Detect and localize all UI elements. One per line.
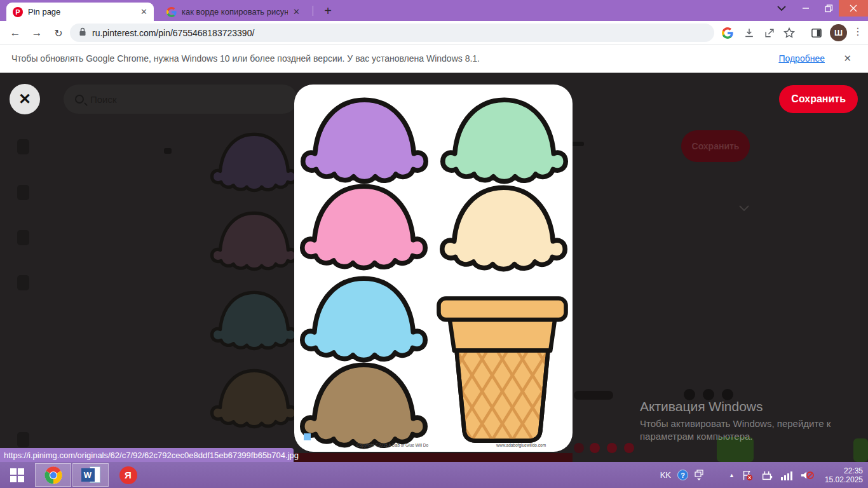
side-panel-icon[interactable] [810,26,824,40]
tab-word-search[interactable]: как ворде копировать рисунок ✕ [160,3,306,21]
scoop-purple [295,92,434,186]
address-bar[interactable]: ru.pinterest.com/pin/6755468183723390/ [70,24,714,42]
action-center-flag-icon[interactable] [741,469,754,482]
windows-activation-text: параметрам компьютера. [640,431,752,442]
website-text: www.adabofgluewilldo.com [496,443,546,447]
tab-pin-page[interactable]: P Pin page ✕ [6,3,154,21]
dimmed-sidebar-icon [17,185,29,200]
share-icon[interactable] [763,26,776,40]
dimmed-sidebar-icon [17,432,29,447]
ice-cream-cone [434,293,571,449]
window-restore-tray-icon[interactable] [695,470,703,481]
profile-avatar[interactable]: Ш [830,24,847,41]
restore-button[interactable] [816,0,841,17]
clock-time: 22:35 [825,466,863,475]
scoop-mint [435,92,573,186]
volume-muted-icon[interactable] [799,469,815,482]
copyright-text: Copyright ©2015 A Dab of Glue Will Do [356,443,428,447]
google-services-icon[interactable] [721,26,735,40]
windows-activation-text: Чтобы активировать Windows, перейдите к [640,418,831,429]
dimmed-bar [574,391,613,400]
tab-separator [313,6,313,16]
tab-close-icon[interactable]: ✕ [140,7,147,17]
dimmed-dot [164,148,172,154]
language-indicator[interactable]: KK [660,470,671,480]
dimmed-red-dot [590,443,600,453]
windows-activation-title: Активация Windows [640,399,763,414]
status-bubble: https://i.pinimg.com/originals/62/c7/92/… [0,448,294,462]
taskbar-chrome-button[interactable] [35,463,71,487]
dimmed-green-shape [853,438,868,462]
browser-window: P Pin page ✕ как ворде копировать рисуно… [0,0,868,488]
infobar-message: Чтобы обновлять Google Chrome, нужна Win… [11,53,480,64]
dimmed-sidebar-icon [17,139,29,154]
taskbar-clock[interactable]: 22:35 15.02.2025 [821,466,863,484]
help-icon[interactable]: ? [677,470,688,480]
scoop-vanilla [434,180,573,273]
tab-close-icon[interactable]: ✕ [293,7,300,17]
minimize-button[interactable] [793,0,818,17]
new-tab-button[interactable]: + [319,2,337,20]
dimmed-chevron-down-icon [739,202,749,214]
system-tray: KK ? ▲ 22:35 15.02.2025 [660,466,868,484]
chrome-menu-icon[interactable]: ⋮ [853,25,863,37]
pin-closeup-overlay: Поиск Сохранить ✕ Сохранить [0,73,868,462]
word-icon: W [81,466,100,484]
dimmed-sidebar-icon [17,275,29,290]
search-icon [75,95,84,104]
pin-image[interactable]: Copyright ©2015 A Dab of Glue Will Do ww… [294,85,573,452]
dimmed-scoop [207,208,302,272]
tab-title: как ворде копировать рисунок [182,7,288,17]
dimmed-search-bar: Поиск [64,85,297,114]
scoop-brown [294,357,433,451]
dimmed-scoop [207,287,302,351]
dimmed-save-button: Сохранить [681,130,750,162]
tab-search-chevron-icon[interactable] [769,0,794,17]
reload-icon[interactable]: ↻ [51,25,66,41]
dimmed-red-dot [574,443,584,453]
yandex-icon: Я [119,466,137,484]
dimmed-red-dot [607,443,617,453]
url-text: ru.pinterest.com/pin/6755468183723390/ [92,28,254,38]
show-hidden-icons[interactable]: ▲ [729,472,735,478]
dimmed-scoop [207,129,302,193]
pinterest-favicon: P [13,7,23,17]
forward-icon[interactable]: → [29,25,44,41]
tab-strip: P Pin page ✕ как ворде копировать рисуно… [0,0,868,21]
dimmed-red-dot [624,443,634,453]
infobar-close-icon[interactable]: ✕ [843,53,851,64]
lock-icon [79,27,86,39]
infobar-details-link[interactable]: Подробнее [778,53,825,64]
dimmed-scoop [207,365,302,430]
clock-date: 15.02.2025 [825,475,863,484]
taskbar: W Я KK ? ▲ [0,462,868,488]
dimmed-image-edge [294,453,573,462]
selection-handle[interactable] [304,433,311,440]
browser-toolbar: ← → ↻ ru.pinterest.com/pin/6755468183723… [0,21,868,45]
dimmed-sidebar-icon [17,230,29,245]
start-button[interactable] [0,462,34,488]
close-pin-button[interactable]: ✕ [10,84,40,114]
download-icon[interactable] [742,26,756,40]
status-url-text: https://i.pinimg.com/originals/62/c7/92/… [4,451,299,460]
update-infobar: Чтобы обновлять Google Chrome, нужна Win… [0,45,868,73]
taskbar-yandex-button[interactable]: Я [110,463,146,487]
chrome-icon [44,466,62,484]
tab-title: Pin page [28,7,135,17]
google-favicon [166,7,177,17]
scoop-blue [294,271,433,364]
scoop-pink [294,179,433,272]
bookmark-star-icon[interactable] [782,26,796,40]
network-signal-icon[interactable] [780,470,793,481]
taskbar-word-button[interactable]: W [72,463,109,487]
power-battery-icon[interactable] [760,469,774,482]
window-close-button[interactable] [839,0,868,17]
save-button[interactable]: Сохранить [779,85,858,113]
search-placeholder: Поиск [90,94,117,105]
back-icon[interactable]: ← [8,25,23,41]
